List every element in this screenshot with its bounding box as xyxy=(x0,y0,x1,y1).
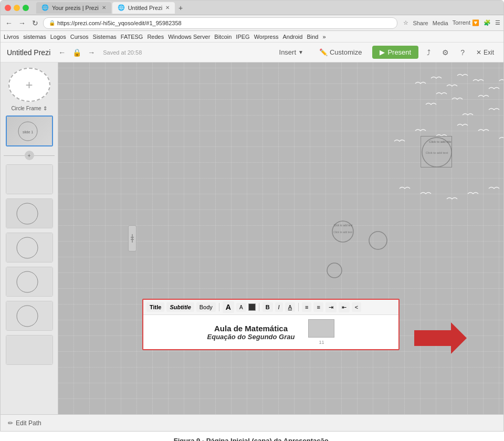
inline-image-label: 11 xyxy=(319,340,324,345)
slide-thumb-3[interactable] xyxy=(6,198,53,228)
svg-point-4 xyxy=(17,271,38,292)
slide-thumb-content-1: slide 1 xyxy=(7,117,52,145)
slide-item-5[interactable]: 5 xyxy=(6,267,53,297)
traffic-lights xyxy=(5,5,29,11)
save-status: Saved at 20:58 xyxy=(103,49,142,56)
maximize-button[interactable] xyxy=(23,5,29,11)
title-bar: 🌐 Your prezis | Prezi ✕ 🌐 Untitled Prezi… xyxy=(1,1,503,15)
slide-thumb-content-4 xyxy=(6,233,52,262)
svg-point-2 xyxy=(17,203,38,224)
slide-thumb-6[interactable] xyxy=(6,301,53,331)
forward-button[interactable]: → xyxy=(17,18,27,28)
slide-item-7[interactable]: 7 xyxy=(6,335,53,365)
slide-item-2[interactable]: 2 xyxy=(6,164,53,194)
menu-icon[interactable]: ☰ xyxy=(495,19,500,26)
back-button[interactable]: ← xyxy=(4,18,14,28)
slide-preview-1: slide 1 xyxy=(7,117,49,145)
bookmark-cursos[interactable]: Cursos xyxy=(70,34,89,40)
refresh-button[interactable]: ↻ xyxy=(30,18,40,28)
svg-text:Click to add text: Click to add text xyxy=(333,230,352,234)
canvas-area[interactable]: Click to add text Click to add text Clic… xyxy=(58,62,503,414)
star-icon[interactable]: ☆ xyxy=(403,19,408,26)
torrent-icon[interactable]: Torrent 🔽 xyxy=(453,19,479,26)
bookmark-bind[interactable]: Bind xyxy=(307,34,318,40)
text-editor-box[interactable]: Title Subtitle Body A A B I A ≡ ≡ xyxy=(142,299,400,350)
undo-button[interactable]: ← xyxy=(56,46,68,59)
slide-thumb-1[interactable]: slide 1 xyxy=(6,116,53,146)
underline-button[interactable]: A xyxy=(285,302,295,312)
title-format-button[interactable]: Title xyxy=(146,302,164,312)
bookmark-more[interactable]: » xyxy=(322,34,326,40)
italic-button[interactable]: I xyxy=(275,302,283,312)
body-format-button[interactable]: Body xyxy=(196,302,216,312)
canvas-circle-4 xyxy=(326,262,343,279)
address-field[interactable]: 🔒 https://prezi.com/-hi5ic_yqoso/edit/#1… xyxy=(43,17,397,29)
bookmark-logos[interactable]: Logos xyxy=(50,34,66,40)
slide-thumb-5[interactable] xyxy=(6,267,53,297)
text-line-2[interactable]: Equação do Segundo Grau xyxy=(207,333,295,341)
text-line-1[interactable]: Aula de Matemática xyxy=(207,324,295,333)
circle-svg-3 xyxy=(368,230,388,250)
slide-item-6[interactable]: 6 xyxy=(6,301,53,331)
svg-point-5 xyxy=(17,306,38,327)
tab-prezis-close[interactable]: ✕ xyxy=(102,5,106,10)
slide-thumb-4[interactable] xyxy=(6,233,53,262)
redo-button[interactable]: → xyxy=(85,46,98,59)
bookmark-redes[interactable]: Redes xyxy=(147,34,164,40)
tab-prezis[interactable]: 🌐 Your prezis | Prezi ✕ xyxy=(36,2,111,14)
svg-point-11 xyxy=(327,263,342,278)
settings-button[interactable]: ⚙ xyxy=(439,46,452,59)
bookmark-ipeg[interactable]: IPEG xyxy=(236,34,249,40)
exit-button[interactable]: ✕ Exit xyxy=(473,47,497,58)
lock-button[interactable]: 🔒 xyxy=(70,46,83,59)
bookmark-sistemas2[interactable]: Sistemas xyxy=(93,34,117,40)
browser-window: 🌐 Your prezis | Prezi ✕ 🌐 Untitled Prezi… xyxy=(0,0,504,432)
present-button[interactable]: ▶ Present xyxy=(372,46,418,59)
bold-button[interactable]: B xyxy=(262,302,273,312)
align-left-button[interactable]: ≡ xyxy=(302,302,311,312)
zoom-handle[interactable] xyxy=(128,225,136,251)
indent-in-button[interactable]: ⇥ xyxy=(326,302,337,312)
tab-untitled-close[interactable]: ✕ xyxy=(165,5,170,10)
text-content-area[interactable]: Aula de Matemática Equação do Segundo Gr… xyxy=(143,315,398,349)
tab-untitled-prezi[interactable]: 🌐 Untitled Prezi ✕ xyxy=(112,2,175,14)
slide-item-4[interactable]: 4 xyxy=(6,233,53,262)
indent-out-button[interactable]: ⇤ xyxy=(339,302,350,312)
slide-thumb-7[interactable] xyxy=(6,335,53,365)
size-up-button[interactable]: A xyxy=(223,301,234,313)
subtitle-format-button[interactable]: Subtitle xyxy=(166,302,194,312)
edit-path-button[interactable]: ✏ Edit Path xyxy=(8,419,41,427)
help-button[interactable]: ? xyxy=(457,46,468,59)
bookmark-sistemas[interactable]: sistemas xyxy=(23,34,46,40)
bookmark-fatesg[interactable]: FATESG xyxy=(121,34,143,40)
circle-label-2: Click to add text xyxy=(331,224,355,227)
bookmark-worpress[interactable]: Worpress xyxy=(254,34,279,40)
insert-menu[interactable]: Insert ▼ xyxy=(274,46,309,58)
size-down-button[interactable]: A xyxy=(236,303,246,312)
close-button[interactable] xyxy=(5,5,11,11)
media-icon[interactable]: Media xyxy=(433,20,448,26)
bookmark-android[interactable]: Android xyxy=(283,34,303,40)
sidebar: + Circle Frame ⇕ 1 slide 1 xyxy=(1,62,58,414)
slide-preview-4 xyxy=(6,233,48,262)
bookmark-bitcoin[interactable]: Bitcoin xyxy=(214,34,232,40)
align-center-button[interactable]: ≡ xyxy=(313,302,323,312)
slide-preview-5 xyxy=(6,267,48,296)
add-slide-button[interactable]: + xyxy=(25,151,34,160)
color-box[interactable] xyxy=(248,303,256,311)
new-tab-button[interactable]: + xyxy=(176,3,185,13)
slide-thumb-2[interactable] xyxy=(6,164,53,194)
bottom-bar: ✏ Edit Path xyxy=(1,414,503,431)
extension-icon[interactable]: 🧩 xyxy=(484,19,491,26)
bookmark-windows-server[interactable]: Windows Server xyxy=(168,34,210,40)
minimize-button[interactable] xyxy=(14,5,20,11)
more-button[interactable]: < xyxy=(352,302,361,312)
share-button[interactable]: ⤴ xyxy=(424,46,434,59)
zoom-handle-icon xyxy=(130,233,135,244)
share-icon[interactable]: Share xyxy=(413,20,428,26)
slide-item-3[interactable]: 3 xyxy=(6,198,53,228)
slide-item-1[interactable]: 1 slide 1 xyxy=(6,116,53,146)
add-frame-button[interactable]: + xyxy=(8,68,50,102)
customize-menu[interactable]: ✏️ Customize xyxy=(314,46,367,58)
bookmark-livros[interactable]: Livros xyxy=(4,34,19,40)
